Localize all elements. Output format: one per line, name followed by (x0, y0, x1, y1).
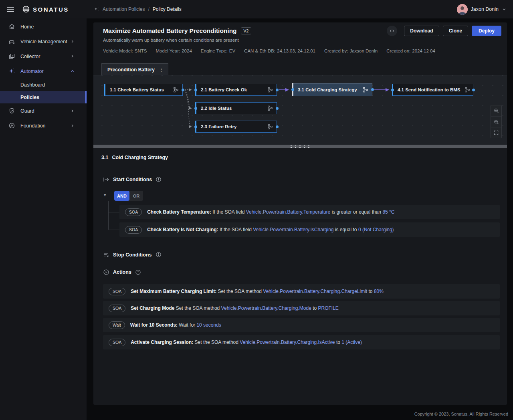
start-conditions-icon (103, 177, 109, 182)
sidebar-item-automator[interactable]: Automator (0, 64, 87, 79)
menu-icon[interactable] (7, 7, 14, 12)
sidebar-item-guard[interactable]: Guard (0, 103, 87, 118)
flow-node-4-1[interactable]: 4.1 Send Notification to BMS (392, 84, 473, 96)
condition-type-chip: SOA (125, 226, 142, 234)
tree-connector (109, 212, 119, 212)
policy-meta: Vehicle Model:SNTS Model Year:2024 Engin… (103, 48, 497, 53)
user-menu[interactable]: Jaxon Donin (457, 4, 507, 15)
sidebar-item-label: Home (20, 24, 81, 30)
sidebar-item-label: Policies (20, 95, 85, 100)
sidebar-item-label: Automator (20, 69, 69, 74)
sitemap-icon[interactable] (267, 87, 273, 93)
sidebar-item-collector[interactable]: Collector (0, 49, 87, 64)
tree-connector (109, 230, 119, 230)
stop-conditions-header: Stop Conditions (103, 252, 162, 258)
sidebar-item-label: Collector (20, 54, 69, 59)
shield-icon (8, 107, 15, 114)
actions-header: Actions (103, 269, 141, 275)
sidebar-item-home[interactable]: Home (0, 19, 87, 34)
meta-can-eth-db: CAN & Eth DB:24.13.03, 24.12.01 (244, 48, 315, 53)
flow-section: Precondition Battery ⋮ 1.1 (93, 58, 507, 145)
meta-created-by: Created by:Jaxson Donin (324, 48, 378, 53)
avatar (457, 4, 468, 15)
chevron-right-icon (69, 109, 76, 113)
chevron-down-icon (502, 7, 507, 12)
chevron-right-icon (69, 123, 76, 128)
home-icon (8, 23, 15, 30)
and-button[interactable]: AND (114, 191, 129, 201)
deploy-button[interactable]: Deploy (472, 26, 501, 36)
code-view-button[interactable] (387, 26, 397, 36)
action-row[interactable]: Wait Wait for 10 Seconds: Wait for 10 se… (103, 318, 500, 332)
info-icon[interactable] (156, 176, 162, 182)
flow-node-2-1[interactable]: 2.1 Battery Check Ok (195, 84, 277, 96)
action-type-chip: SOA (109, 288, 125, 295)
start-conditions-header: Start Conditions (103, 176, 162, 182)
page-title: Maximize Automated Battery Preconditioni… (103, 27, 237, 34)
sitemap-icon[interactable] (173, 87, 179, 93)
sidebar-item-policies[interactable]: Policies (0, 91, 87, 103)
flow-tab-bar: Precondition Battery ⋮ (93, 58, 507, 75)
clone-button[interactable]: Clone (443, 26, 468, 36)
panel-resize-handle[interactable] (93, 145, 507, 148)
sidebar-item-label: Vehicle Management (20, 39, 69, 44)
sidebar-item-label: Guard (20, 108, 69, 114)
meta-engine-type: Engine Type:EV (201, 48, 235, 53)
action-type-chip: SOA (109, 305, 125, 312)
breadcrumb-parent[interactable]: Automation Policies (103, 6, 145, 12)
collapse-caret-icon[interactable]: ▾ (104, 192, 106, 198)
stop-conditions-icon (103, 252, 109, 258)
version-badge: V2 (241, 27, 252, 34)
zoom-in-icon[interactable] (491, 105, 501, 116)
sitemap-icon[interactable] (267, 105, 273, 111)
sparkles-icon (8, 68, 15, 75)
policy-description: Automatically warm up battery when certa… (103, 38, 497, 42)
foundation-icon (8, 122, 15, 129)
sitemap-icon[interactable] (465, 87, 470, 93)
breadcrumb-current: Policy Details (153, 6, 182, 12)
zoom-out-icon[interactable] (491, 116, 501, 127)
action-type-chip: Wait (109, 321, 125, 329)
action-row[interactable]: SOA Set Maximum Battery Charging Limit: … (103, 284, 500, 299)
flow-canvas[interactable]: 1.1 Check Battery Status 2.1 Battery Che… (93, 75, 507, 145)
fit-view-icon[interactable] (491, 127, 501, 138)
details-heading: 3.1 Cold Charging Strategy (93, 148, 507, 167)
condition-type-chip: SOA (125, 208, 142, 216)
policy-header: Maximize Automated Battery Preconditioni… (93, 22, 507, 58)
meta-model-year: Model Year:2024 (156, 48, 192, 53)
tab-precondition-battery[interactable]: Precondition Battery ⋮ (101, 63, 168, 75)
sitemap-icon[interactable] (363, 87, 368, 93)
info-icon[interactable] (156, 252, 162, 258)
policy-panel: Maximize Automated Battery Preconditioni… (93, 22, 507, 405)
sidebar-item-foundation[interactable]: Foundation (0, 118, 87, 133)
brand-name: SONATUS (33, 6, 69, 13)
condition-row[interactable]: SOA Check Battery Temperature: If the SO… (119, 205, 500, 219)
or-button[interactable]: OR (129, 191, 143, 201)
flow-node-2-3[interactable]: 2.3 Failure Retry (195, 121, 277, 133)
sidebar-item-label: Foundation (20, 123, 69, 129)
flow-node-1-1[interactable]: 1.1 Check Battery Status (104, 84, 183, 96)
sidebar: Home Vehicle Management Collector Automa… (0, 18, 87, 420)
condition-row[interactable]: SOA Check Battery Is Not Charging: If th… (119, 222, 500, 237)
canvas-controls (491, 105, 502, 138)
action-row[interactable]: SOA Set Charging Mode Set the SOA method… (103, 301, 500, 315)
actions-play-icon (103, 269, 109, 275)
meta-vehicle-model: Vehicle Model:SNTS (103, 48, 147, 53)
flow-node-3-1[interactable]: 3.1 Cold Charging Strategy (292, 83, 372, 96)
action-type-chip: SOA (109, 339, 125, 346)
sitemap-icon[interactable] (267, 124, 273, 129)
info-icon[interactable] (135, 269, 141, 275)
node-details-panel: 3.1 Cold Charging Strategy Start Conditi… (93, 148, 507, 405)
breadcrumb-separator: / (148, 6, 149, 12)
action-row[interactable]: SOA Activate Charging Session: Set the S… (103, 335, 500, 349)
chevron-right-icon (69, 54, 76, 59)
sonatus-globe-icon (22, 5, 30, 13)
breadcrumb: Automation Policies / Policy Details (93, 6, 182, 12)
download-button[interactable]: Download (404, 26, 439, 36)
sidebar-item-vehicle-management[interactable]: Vehicle Management (0, 34, 87, 49)
chevron-up-icon (69, 69, 76, 73)
sidebar-item-dashboard[interactable]: Dashboard (0, 79, 87, 91)
flow-node-2-2[interactable]: 2.2 Idle Status (195, 102, 277, 114)
brand-logo[interactable]: SONATUS (22, 5, 69, 13)
tab-menu-icon[interactable]: ⋮ (159, 67, 164, 73)
